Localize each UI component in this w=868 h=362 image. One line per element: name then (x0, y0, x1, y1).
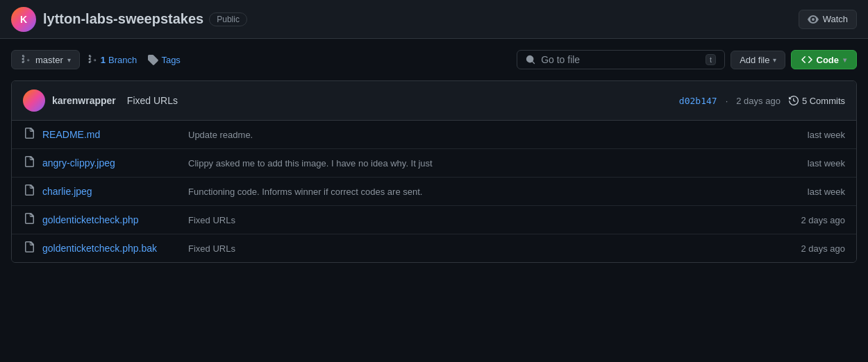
visibility-badge: Public (209, 12, 247, 26)
commit-author-name: karenwrapper (52, 95, 116, 106)
file-row[interactable]: README.md Update readme. last week (12, 121, 856, 149)
code-button[interactable]: Code ▾ (791, 50, 858, 69)
file-commit-msg: Fixed URLs (188, 215, 794, 225)
code-label: Code (817, 55, 840, 65)
branch-tag-info: 1 Branch Tags (87, 54, 181, 65)
repo-name: lytton-labs-sweepstakes (43, 11, 203, 27)
add-file-label: Add file (740, 55, 769, 65)
commits-count: 5 Commits (802, 96, 845, 106)
file-commit-msg: Functioning code. Informs winner if corr… (188, 187, 801, 197)
user-avatar: K (11, 7, 36, 32)
code-chevron-icon: ▾ (843, 56, 846, 64)
search-placeholder: Go to file (541, 54, 580, 65)
branches-icon (87, 54, 98, 65)
branch-label: Branch (108, 55, 137, 65)
search-box[interactable]: Go to file t (517, 50, 725, 69)
branch-selector[interactable]: master ▾ (11, 50, 80, 69)
tag-icon (147, 54, 158, 65)
search-icon (526, 55, 535, 64)
commit-time: 2 days ago (736, 96, 781, 106)
search-shortcut: t (706, 54, 716, 65)
file-icon (23, 241, 35, 255)
branch-count: 1 (101, 55, 106, 65)
repo-content: karenwrapper Fixed URLs d02b147 · 2 days… (11, 80, 857, 263)
toolbar: master ▾ 1 Branch Tags Go to file t Add … (0, 39, 868, 80)
branch-icon (20, 54, 31, 65)
file-time: last week (808, 158, 845, 169)
branches-link[interactable]: 1 Branch (101, 55, 137, 65)
code-icon (801, 54, 812, 65)
commit-meta: d02b147 · 2 days ago 5 Commits (679, 96, 845, 106)
top-header: K lytton-labs-sweepstakes Public Watch (0, 0, 868, 39)
file-time: 2 days ago (801, 215, 845, 225)
file-row[interactable]: angry-clippy.jpeg Clippy asked me to add… (12, 149, 856, 178)
file-row[interactable]: goldenticketcheck.php Fixed URLs 2 days … (12, 206, 856, 234)
file-commit-msg: Update readme. (188, 130, 801, 140)
file-icon (23, 156, 35, 170)
commit-header: karenwrapper Fixed URLs d02b147 · 2 days… (12, 81, 856, 121)
file-time: last week (808, 130, 845, 140)
commit-hash[interactable]: d02b147 (679, 96, 717, 106)
file-name[interactable]: goldenticketcheck.php (42, 214, 181, 225)
file-name[interactable]: angry-clippy.jpeg (42, 157, 181, 169)
eye-icon (808, 14, 819, 25)
file-time: 2 days ago (801, 243, 845, 254)
history-icon (789, 96, 799, 105)
file-row[interactable]: goldenticketcheck.php.bak Fixed URLs 2 d… (12, 234, 856, 262)
commit-author-avatar (23, 89, 45, 112)
watch-button[interactable]: Watch (799, 10, 857, 29)
watch-label: Watch (823, 14, 848, 24)
file-list: README.md Update readme. last week angry… (12, 121, 856, 262)
file-icon (23, 128, 35, 141)
commit-message: Fixed URLs (127, 95, 178, 106)
file-commit-msg: Clippy asked me to add this image. I hav… (188, 158, 801, 169)
file-commit-msg: Fixed URLs (188, 243, 794, 254)
file-row[interactable]: charlie.jpeg Functioning code. Informs w… (12, 178, 856, 206)
commit-separator: · (726, 96, 728, 106)
search-container: Go to file t Add file ▾ Code ▾ (517, 50, 857, 69)
file-name[interactable]: goldenticketcheck.php.bak (42, 243, 181, 254)
add-file-chevron-icon: ▾ (773, 56, 776, 64)
branch-name: master (35, 55, 63, 65)
file-icon (23, 184, 35, 198)
tags-label: Tags (161, 55, 180, 65)
tags-link[interactable]: Tags (161, 55, 180, 65)
chevron-down-icon: ▾ (67, 56, 71, 64)
file-name[interactable]: README.md (42, 129, 181, 140)
header-actions: Watch (799, 10, 857, 29)
file-time: last week (808, 187, 845, 197)
file-name[interactable]: charlie.jpeg (42, 186, 181, 197)
file-icon (23, 213, 35, 227)
commits-link[interactable]: 5 Commits (789, 96, 845, 106)
add-file-button[interactable]: Add file ▾ (731, 51, 785, 69)
